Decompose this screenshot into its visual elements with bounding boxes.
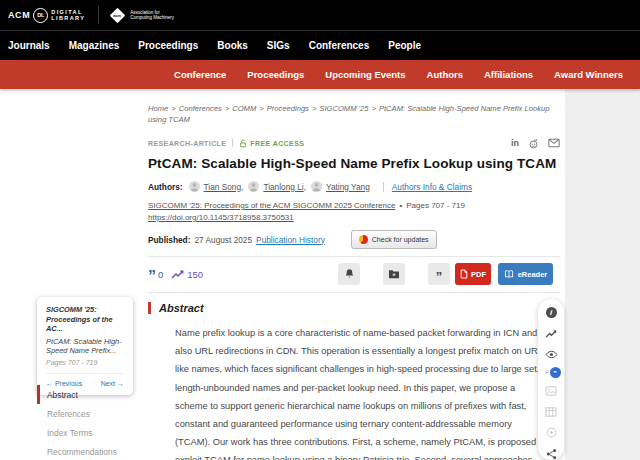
venue-link[interactable]: SIGCOMM '25: Proceedings of the ACM SIGC…	[148, 201, 395, 210]
author: Tian Song,	[189, 181, 244, 192]
tables-button[interactable]	[545, 405, 558, 418]
article-main: RESEARCH-ARTICLE FREE ACCESS in PtCAM: S…	[148, 138, 560, 460]
breadcrumb-home[interactable]: Home	[148, 104, 168, 113]
nav-magazines[interactable]: Magazines	[69, 40, 120, 51]
metrics-row: ” 0 150 ” PDF	[148, 263, 560, 285]
card-proceedings-title[interactable]: SIGCOMM '25: Proceedings of the AC...	[46, 305, 124, 334]
author-avatar	[248, 181, 259, 192]
article-type-label: RESEARCH-ARTICLE	[148, 140, 226, 147]
publication-history-link[interactable]: Publication History	[256, 235, 325, 245]
breadcrumb-separator: >	[312, 104, 316, 113]
citation-badge: ”	[550, 367, 561, 378]
acm-logo-text: ACM	[8, 10, 30, 20]
free-access-label: FREE ACCESS	[250, 140, 304, 147]
breadcrumb-comm[interactable]: COMM	[232, 104, 256, 113]
breadcrumb-sigcomm-25[interactable]: SIGCOMM '25	[319, 104, 368, 113]
ereader-label: eReader	[518, 270, 548, 279]
check-updates-label: Check for updates	[372, 236, 429, 243]
pdf-file-icon	[460, 269, 468, 279]
figures-button[interactable]	[545, 384, 558, 397]
conference-nav: Conference Proceedings Upcoming Events A…	[0, 60, 640, 89]
visibility-button[interactable]	[545, 348, 558, 361]
authors-info-claims-link[interactable]: Authors Info & Claims	[392, 182, 472, 192]
downloads-trend-icon	[171, 269, 184, 279]
card-pages: Pages 707 - 719	[46, 359, 124, 366]
subnav-upcoming-events[interactable]: Upcoming Events	[325, 69, 405, 80]
breadcrumb-separator: >	[171, 104, 175, 113]
alert-bell-button[interactable]	[338, 263, 360, 285]
acm-dl-logo[interactable]: ACM DL DIGITAL LIBRARY	[8, 8, 85, 23]
breadcrumb-separator: >	[225, 104, 229, 113]
breadcrumb-proceedings[interactable]: Proceedings	[267, 104, 309, 113]
page: ACM DL DIGITAL LIBRARY acm Association f…	[0, 0, 640, 460]
share-button[interactable]	[545, 447, 558, 460]
author-separator: ,	[241, 182, 243, 192]
info-icon: i	[546, 307, 557, 318]
crossref-check-updates-button[interactable]: Check for updates	[351, 230, 437, 249]
author-avatar	[311, 181, 322, 192]
citation-count: 0	[158, 269, 163, 280]
subnav-affiliations[interactable]: Affiliations	[484, 69, 533, 80]
nav-sigs[interactable]: SIGs	[267, 40, 290, 51]
nav-proceedings[interactable]: Proceedings	[138, 40, 198, 51]
author-avatar	[189, 181, 200, 192]
primary-nav: Journals Magazines Proceedings Books SIG…	[0, 30, 640, 60]
header-divider	[98, 6, 99, 24]
share-icons: in	[511, 138, 560, 149]
sidebar-item-recommendations[interactable]: Recommendations	[37, 442, 137, 460]
site-header: ACM DL DIGITAL LIBRARY acm Association f…	[0, 0, 640, 30]
pdf-button[interactable]: PDF	[455, 263, 491, 285]
quote-icon: ”	[436, 274, 443, 280]
pages-label: Pages 707 - 719	[406, 201, 465, 210]
breadcrumb-conferences[interactable]: Conferences	[179, 104, 222, 113]
authors-divider	[383, 182, 384, 192]
abstract-heading: Abstract	[148, 302, 560, 314]
metrics-button[interactable]	[545, 327, 558, 340]
sidebar-item-references[interactable]: References	[37, 404, 137, 423]
sidebar-item-abstract[interactable]: Abstract	[37, 385, 137, 404]
media-button[interactable]	[545, 426, 558, 439]
info-button[interactable]: i	[545, 306, 558, 319]
downloads-count: 150	[187, 269, 203, 280]
acm-diamond-icon: acm	[110, 7, 126, 23]
cite-button[interactable]: ”	[428, 263, 450, 285]
reddit-icon[interactable]	[528, 138, 539, 149]
venue-row: SIGCOMM '25: Proceedings of the ACM SIGC…	[148, 201, 560, 210]
dot-separator: •	[399, 201, 402, 210]
doi-link[interactable]: https://doi.org/10.1145/3718958.3750531	[148, 213, 294, 222]
ereader-book-icon	[504, 269, 514, 279]
article-meta-row: RESEARCH-ARTICLE FREE ACCESS in	[148, 138, 560, 148]
author-link[interactable]: Tian Song	[204, 182, 242, 192]
nav-journals[interactable]: Journals	[8, 40, 50, 51]
published-row: Published: 27 August 2025 Publication Hi…	[148, 230, 560, 249]
linkedin-icon[interactable]: in	[511, 138, 519, 148]
published-label: Published:	[148, 235, 190, 245]
acm-association-logo[interactable]: acm Association for Computing Machinery	[112, 10, 174, 21]
author: Yating Yang	[311, 181, 370, 192]
floating-toolbar: i ⌕ ”	[538, 299, 564, 460]
divider	[148, 292, 560, 293]
subnav-proceedings[interactable]: Proceedings	[247, 69, 304, 80]
subnav-award-winners[interactable]: Award Winners	[554, 69, 623, 80]
authors-label: Authors:	[148, 182, 183, 192]
citations-badge-button[interactable]: ⌕ ”	[545, 369, 558, 376]
save-to-binder-button[interactable]	[383, 263, 405, 285]
ereader-button[interactable]: eReader	[498, 263, 553, 285]
breadcrumb-separator: >	[371, 104, 375, 113]
nav-people[interactable]: People	[388, 40, 421, 51]
proceedings-card: SIGCOMM '25: Proceedings of the AC... Pt…	[37, 297, 133, 395]
article-section-nav: Abstract References Index Terms Recommen…	[37, 385, 137, 460]
author-link[interactable]: Tianlong Li	[263, 182, 303, 192]
citation-link-icon: ⌕	[545, 368, 549, 376]
sidebar-item-index-terms[interactable]: Index Terms	[37, 423, 137, 442]
meta-divider	[232, 139, 233, 147]
subnav-conference[interactable]: Conference	[174, 69, 226, 80]
nav-conferences[interactable]: Conferences	[309, 40, 370, 51]
open-lock-icon	[239, 139, 247, 148]
card-article-title[interactable]: PtCAM: Scalable High-Speed Name Prefix..…	[46, 337, 124, 356]
subnav-authors[interactable]: Authors	[427, 69, 463, 80]
author-link[interactable]: Yating Yang	[326, 182, 370, 192]
email-icon[interactable]	[548, 138, 560, 148]
nav-books[interactable]: Books	[217, 40, 248, 51]
abstract-text: Name prefix lookup is a core characteris…	[175, 324, 547, 460]
